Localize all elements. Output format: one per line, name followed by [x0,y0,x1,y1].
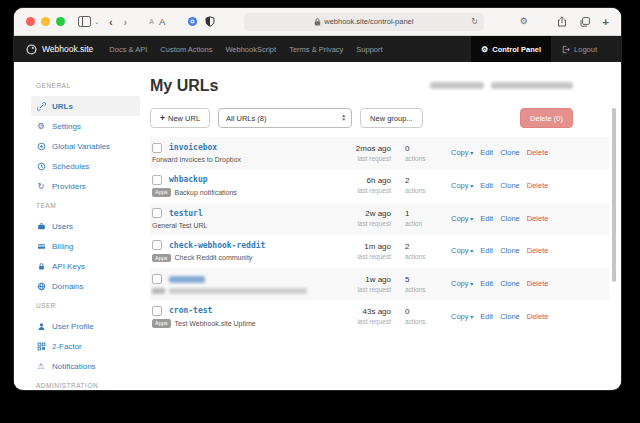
sidebar-item-urls[interactable]: URLs [31,96,140,116]
delete-selected-button[interactable]: Delete (0) [520,108,573,128]
row-checkbox[interactable] [152,274,162,284]
nav-logout[interactable]: Logout [551,36,607,62]
row-action-copy[interactable]: Copy ▾ [451,214,473,223]
url-name-link[interactable]: whbackup [169,175,208,184]
actions-count: 1 [405,209,445,218]
address-url: webhook.site/control-panel [324,17,413,26]
sidebar-item-users[interactable]: Users [31,216,140,236]
sidebar-item-global-variables[interactable]: Global Variables [31,136,140,156]
row-action-edit[interactable]: Edit [480,312,493,321]
row-action-copy[interactable]: Copy ▾ [451,279,473,288]
url-row-whbackup: whbackupAppsBackup notifications6h ago l… [150,169,609,203]
share-icon[interactable] [557,16,567,27]
row-action-edit[interactable]: Edit [480,148,493,157]
sidebar-item-label: Billing [52,242,73,251]
new-url-button[interactable]: + New URL [150,108,210,128]
row-action-delete[interactable]: Delete [527,181,549,190]
row-checkbox[interactable] [152,175,162,185]
row-action-delete[interactable]: Delete [527,148,549,157]
last-request-label: last request [335,187,391,194]
browser-toolbar: ⌄ ‹ › A A webhook.site/control-panel ↻ ⚙ [14,8,621,36]
row-checkbox[interactable] [152,143,162,153]
url-name-link[interactable]: invoicebox [169,143,217,152]
row-action-clone[interactable]: Clone [500,246,520,255]
actions-count-label: actions [405,286,445,293]
tabs-overview-icon[interactable] [580,17,590,27]
row-action-delete[interactable]: Delete [527,214,549,223]
person-icon [36,322,46,331]
row-action-clone[interactable]: Clone [500,148,520,157]
url-controls: + New URL All URLs (8) ▲▼ New group... D… [150,108,609,128]
new-tab-icon[interactable]: + [603,16,609,28]
last-request-time: 2w ago [335,209,391,218]
sidebar-item-label: 2-Factor [52,342,82,351]
brand[interactable]: Webhook.site [26,44,93,55]
row-action-edit[interactable]: Edit [480,214,493,223]
row-action-delete[interactable]: Delete [527,246,549,255]
row-checkbox[interactable] [152,208,162,218]
sidebar-item-2-factor[interactable]: 2-Factor [31,336,140,356]
sidebar-item-user-profile[interactable]: User Profile [31,316,140,336]
reload-icon[interactable]: ↻ [471,17,478,26]
shield-extension-icon[interactable] [205,16,215,27]
url-group-filter-select[interactable]: All URLs (8) ▲▼ [218,108,352,128]
sidebar-item-label: URLs [52,102,73,111]
sidebar-toggle-icon[interactable] [78,16,91,27]
nav-link-docs-api[interactable]: Docs & API [109,45,147,54]
sidebar-item-label: Providers [52,182,86,191]
globe-icon [36,282,46,291]
row-action-clone[interactable]: Clone [500,214,520,223]
url-row-invoicebox: invoiceboxForward invoices to Dropbox2mo… [150,137,609,169]
text-size-large-icon[interactable]: A [159,16,165,27]
row-action-copy[interactable]: Copy ▾ [451,246,473,255]
sidebar-item-notifications[interactable]: ⚠Notifications [31,356,140,376]
row-checkbox[interactable] [152,306,162,316]
nav-link-terms-privacy[interactable]: Terms & Privacy [289,45,343,54]
url-description: General Test URL [152,222,208,229]
close-window-button[interactable] [26,17,35,26]
row-action-copy[interactable]: Copy ▾ [451,181,473,190]
row-action-delete[interactable]: Delete [527,279,549,288]
row-action-copy[interactable]: Copy ▾ [451,312,473,321]
translate-extension-icon[interactable] [187,16,198,27]
row-checkbox[interactable] [152,240,162,250]
sidebar-item-schedules[interactable]: Schedules [31,156,140,176]
nav-link-custom-actions[interactable]: Custom Actions [160,45,212,54]
apps-badge: Apps [152,188,171,197]
forward-button[interactable]: › [122,16,130,28]
sidebar-item-api-keys[interactable]: API Keys [31,256,140,276]
last-request-label: last request [335,253,391,260]
last-request-label: last request [335,220,391,227]
nav-control-panel[interactable]: ⚙ Control Panel [471,36,551,62]
new-group-button[interactable]: New group... [360,108,423,128]
address-bar[interactable]: webhook.site/control-panel ↻ [244,13,484,31]
caret-down-icon: ▾ [469,314,474,320]
sidebar-item-domains[interactable]: Domains [31,276,140,296]
sidebar-item-providers[interactable]: ↻Providers [31,176,140,196]
url-name-link[interactable]: cron-test [169,306,212,315]
row-action-edit[interactable]: Edit [480,181,493,190]
row-action-copy[interactable]: Copy ▾ [451,148,473,157]
row-action-edit[interactable]: Edit [480,246,493,255]
url-name-link[interactable]: check-webhook-reddit [169,241,265,250]
extensions-settings-icon[interactable]: ⚙ [520,17,528,26]
sidebar-item-settings[interactable]: ⚙Settings [31,116,140,136]
row-action-delete[interactable]: Delete [527,312,549,321]
text-size-small-icon[interactable]: A [149,18,154,25]
row-action-clone[interactable]: Clone [500,181,520,190]
nav-link-support[interactable]: Support [356,45,382,54]
url-name-link[interactable]: testurl [169,209,203,218]
row-action-edit[interactable]: Edit [480,279,493,288]
row-action-clone[interactable]: Clone [500,279,520,288]
nav-link-webhookscript[interactable]: WebhookScript [225,45,276,54]
page-scrollbar[interactable] [612,108,616,282]
back-button[interactable]: ‹ [107,16,115,28]
fullscreen-window-button[interactable] [56,17,65,26]
chevron-down-icon[interactable]: ⌄ [94,18,100,26]
actions-count: 0 [405,307,445,316]
sidebar-item-label: User Profile [52,322,94,331]
last-request-label: last request [335,318,391,325]
row-action-clone[interactable]: Clone [500,312,520,321]
minimize-window-button[interactable] [41,17,50,26]
sidebar-item-billing[interactable]: Billing [31,236,140,256]
